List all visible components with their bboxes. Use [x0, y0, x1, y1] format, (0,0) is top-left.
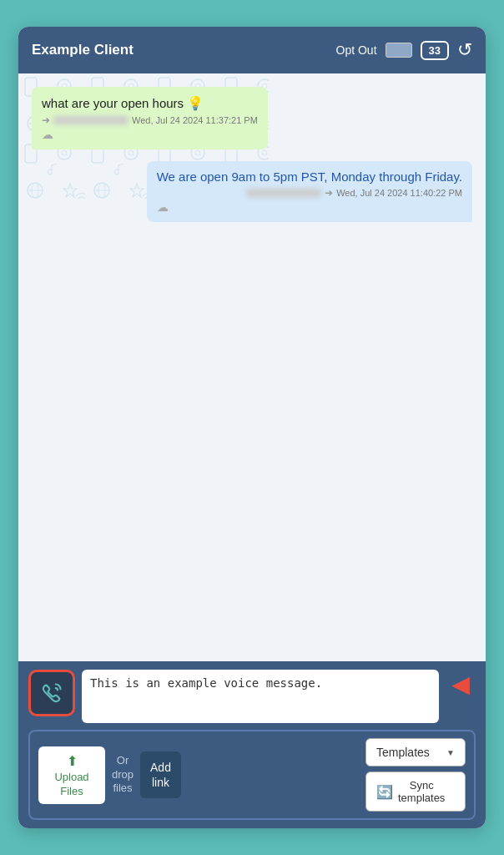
- upload-icon: ⬆: [67, 753, 78, 769]
- sync-icon: 🔄: [376, 784, 393, 800]
- received-timestamp: Wed, Jul 24 2024 11:37:21 PM: [132, 115, 258, 125]
- input-area: ◄ ⬆ Upload Files Ordropfiles Addlink Tem…: [18, 661, 486, 828]
- sent-cloud-icon: ☁: [157, 200, 462, 214]
- chat-area: what are your open hours 💡 ➜ Wed, Jul 24…: [18, 73, 486, 661]
- sent-sender-redacted: [246, 189, 321, 197]
- voice-button[interactable]: [28, 670, 75, 716]
- templates-button[interactable]: Templates ▼: [365, 738, 466, 766]
- right-buttons: Templates ▼ 🔄 Synctemplates: [365, 738, 466, 812]
- phone-container: Example Client Opt Out 33 ↺: [18, 27, 486, 828]
- or-drop-text: Ordropfiles: [112, 754, 134, 797]
- messages-list: what are your open hours 💡 ➜ Wed, Jul 24…: [32, 87, 472, 222]
- templates-label: Templates: [376, 746, 430, 759]
- sync-label: Synctemplates: [398, 779, 445, 804]
- received-message-meta: ➜ Wed, Jul 24 2024 11:37:21 PM: [42, 114, 258, 126]
- sent-arrow-icon: ➜: [325, 187, 333, 199]
- received-cloud-icon: ☁: [42, 128, 258, 141]
- header: Example Client Opt Out 33 ↺: [18, 27, 486, 73]
- message-input[interactable]: [82, 670, 439, 723]
- message-received: what are your open hours 💡 ➜ Wed, Jul 24…: [32, 87, 268, 149]
- red-arrow-icon: ◄: [446, 670, 476, 700]
- arrow-indicator: ◄: [446, 670, 476, 700]
- message-count-badge: 33: [421, 41, 449, 60]
- received-message-text: what are your open hours 💡: [42, 95, 258, 111]
- templates-dropdown-icon: ▼: [446, 748, 455, 757]
- sent-message-text: We are open 9am to 5pm PST, Monday throu…: [157, 169, 462, 184]
- received-sender-redacted: [53, 116, 129, 124]
- upload-files-button[interactable]: ⬆ Upload Files: [38, 746, 105, 804]
- add-link-button[interactable]: Addlink: [140, 751, 181, 798]
- action-row: ⬆ Upload Files Ordropfiles Addlink Templ…: [28, 730, 476, 820]
- phone-voice-icon: [40, 681, 63, 705]
- files-label: Files: [60, 785, 83, 797]
- input-row: ◄: [28, 670, 476, 723]
- opt-out-label: Opt Out: [336, 43, 377, 57]
- header-right: Opt Out 33 ↺: [336, 41, 473, 60]
- message-sent: We are open 9am to 5pm PST, Monday throu…: [147, 161, 472, 222]
- received-arrow-icon: ➜: [42, 114, 50, 126]
- sent-message-meta: ➜ Wed, Jul 24 2024 11:40:22 PM: [157, 187, 462, 199]
- sync-templates-button[interactable]: 🔄 Synctemplates: [365, 772, 466, 812]
- refresh-button[interactable]: ↺: [457, 41, 472, 59]
- header-title: Example Client: [32, 42, 134, 58]
- bulb-emoji: 💡: [187, 96, 204, 110]
- upload-label: Upload: [54, 771, 88, 783]
- opt-out-toggle[interactable]: [386, 43, 412, 58]
- sent-timestamp: Wed, Jul 24 2024 11:40:22 PM: [336, 188, 462, 198]
